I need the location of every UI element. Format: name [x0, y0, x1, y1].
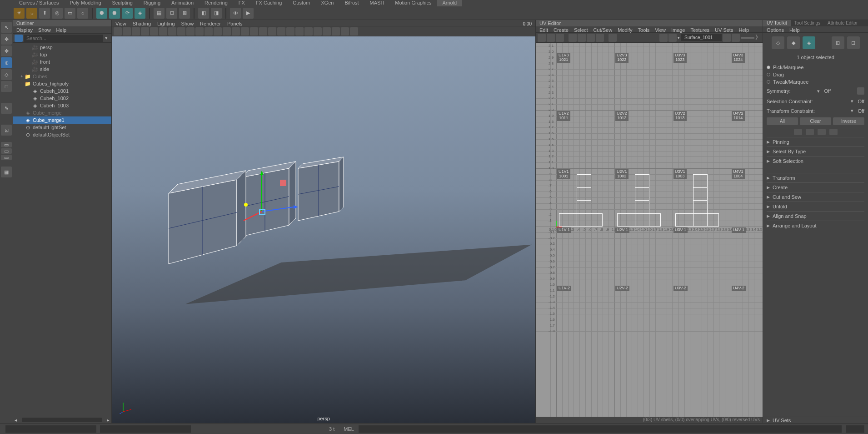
- vp-tool-icon[interactable]: [268, 27, 276, 35]
- viewport-menu-item[interactable]: Panels: [227, 20, 243, 26]
- outliner-item[interactable]: 🎥side: [13, 66, 111, 73]
- top-menu-item[interactable]: MASH: [364, 0, 390, 6]
- toolkit-menu-item[interactable]: Options: [767, 26, 784, 32]
- outliner-item[interactable]: ◈Cube_merge1: [13, 116, 111, 124]
- viewport-menu-item[interactable]: Lighting: [157, 20, 175, 26]
- vp-tool-icon[interactable]: [323, 27, 331, 35]
- tool-icon[interactable]: ▭: [1, 142, 12, 147]
- outliner-item[interactable]: 🎥front: [13, 58, 111, 66]
- top-menu-item[interactable]: Animation: [166, 0, 199, 6]
- lasso-tool-icon[interactable]: ✥: [1, 34, 12, 45]
- uv-tool-icon[interactable]: [723, 34, 731, 42]
- outliner-item[interactable]: 🎥persp: [13, 44, 111, 51]
- vp-tool-icon[interactable]: [205, 27, 213, 35]
- outliner-item[interactable]: ◈Cube_merge: [13, 109, 111, 116]
- shelf-icon[interactable]: ▭: [65, 8, 75, 19]
- uv-surface-name[interactable]: Surface_1001: [681, 34, 722, 41]
- uv-tool-icon[interactable]: [587, 34, 595, 42]
- toolkit-menu-item[interactable]: Help: [789, 26, 800, 32]
- status-input[interactable]: [5, 425, 96, 433]
- uv-tool-icon[interactable]: [538, 34, 546, 42]
- uv-tool-icon[interactable]: [659, 34, 668, 42]
- vp-tool-icon[interactable]: [350, 27, 358, 35]
- move-tool-icon[interactable]: ✥: [1, 45, 12, 56]
- shelf-icon[interactable]: ⬣: [109, 8, 120, 19]
- vp-tool-icon[interactable]: [132, 27, 140, 35]
- tool-icon[interactable]: ▭: [1, 148, 12, 154]
- toolkit-section[interactable]: ▶Align and Snap: [767, 211, 864, 221]
- top-menu-item[interactable]: Motion Graphics: [389, 0, 437, 6]
- select-tool-icon[interactable]: ↖: [1, 22, 12, 33]
- outliner-item[interactable]: ◈Cubeh_1002: [13, 95, 111, 102]
- toolkit-section[interactable]: ▶Pinning: [767, 137, 864, 146]
- toolkit-icon[interactable]: ⊡: [847, 36, 860, 49]
- uv-menu-item[interactable]: Tools: [638, 26, 650, 32]
- uv-grid-view[interactable]: -1.8-1.7-1.6-1.5-1.4-1.3-1.2-1.1-1.0-0.9…: [536, 43, 763, 417]
- outliner-item[interactable]: +📁Cubes: [13, 73, 111, 80]
- shelf-icon[interactable]: ☀: [14, 8, 25, 19]
- outliner-menu-item[interactable]: Help: [56, 26, 67, 33]
- uv-menu-item[interactable]: Textures: [690, 26, 709, 32]
- select-inverse-button[interactable]: Inverse: [833, 117, 864, 125]
- search-dropdown-icon[interactable]: ▾: [103, 35, 110, 41]
- selection-mode-radio[interactable]: Pick/Marquee: [767, 64, 864, 71]
- vp-tool-icon[interactable]: [277, 27, 285, 35]
- status-input[interactable]: [100, 425, 191, 433]
- outliner-item[interactable]: ◈Cubeh_1003: [13, 102, 111, 109]
- top-menu-item[interactable]: Curves / Surfaces: [14, 0, 64, 6]
- outliner-item[interactable]: ⊙defaultObjectSet: [13, 131, 111, 138]
- shelf-icon[interactable]: ◨: [211, 8, 222, 19]
- uv-tool-icon[interactable]: [547, 34, 555, 42]
- uv-tool-icon[interactable]: [668, 34, 677, 42]
- uv-vertex-mode-icon[interactable]: ◆: [787, 36, 800, 49]
- tool-icon[interactable]: ▭: [1, 155, 12, 160]
- scale-tool-icon[interactable]: ◇: [1, 69, 12, 80]
- right-panel-tab[interactable]: UV Toolkit: [763, 20, 791, 26]
- vp-tool-icon[interactable]: [141, 27, 149, 35]
- uv-tool-icon[interactable]: [609, 34, 617, 42]
- selection-mode-radio[interactable]: Drag: [767, 71, 864, 78]
- outliner-menu-item[interactable]: Show: [38, 26, 51, 33]
- uv-menu-item[interactable]: View: [655, 26, 666, 32]
- top-menu-item[interactable]: Rigging: [138, 0, 166, 6]
- toolkit-section[interactable]: ▶Transform: [767, 173, 864, 182]
- tool-icon[interactable]: □: [1, 81, 12, 92]
- vp-tool-icon[interactable]: [223, 27, 231, 35]
- shelf-icon[interactable]: ⊞: [166, 8, 177, 19]
- top-menu-item[interactable]: Custom: [287, 0, 315, 6]
- uv-face-mode-icon[interactable]: ◈: [803, 36, 815, 49]
- viewport-menu-item[interactable]: Shading: [133, 20, 151, 26]
- vp-tool-icon[interactable]: [195, 27, 204, 35]
- toolkit-section[interactable]: ▶Create: [767, 182, 864, 192]
- shelf-icon[interactable]: 👁: [230, 8, 241, 19]
- toolkit-section[interactable]: ▶Cut and Sew: [767, 192, 864, 202]
- outliner-scrollbar[interactable]: ◂▸: [13, 417, 111, 423]
- viewport-menu-item[interactable]: Renderer: [200, 20, 221, 26]
- top-menu-item[interactable]: FX: [233, 0, 250, 6]
- vp-tool-icon[interactable]: [341, 27, 349, 35]
- shelf-icon[interactable]: ⬆: [39, 8, 50, 19]
- shelf-icon[interactable]: ▶: [243, 8, 254, 19]
- top-menu-item[interactable]: XGen: [315, 0, 339, 6]
- shelf-icon[interactable]: ⬢: [96, 8, 107, 19]
- vp-tool-icon[interactable]: [177, 27, 185, 35]
- vp-tool-icon[interactable]: [159, 27, 167, 35]
- shelf-icon[interactable]: ▦: [154, 8, 165, 19]
- vp-tool-icon[interactable]: [232, 27, 240, 35]
- uv-tool-icon[interactable]: [569, 34, 577, 42]
- outliner-item[interactable]: -📁Cubes_highpoly: [13, 80, 111, 87]
- shelf-icon[interactable]: ☼: [26, 8, 37, 19]
- vp-tool-icon[interactable]: [314, 27, 322, 35]
- shrink-selection-icon[interactable]: [806, 129, 814, 135]
- viewport-menu-item[interactable]: Show: [181, 20, 194, 26]
- vp-tool-icon[interactable]: [332, 27, 340, 35]
- uv-menu-item[interactable]: Cut/Sew: [594, 26, 613, 32]
- uv-sets-section[interactable]: ▶ UV Sets: [763, 417, 868, 423]
- uv-tool-icon[interactable]: [596, 34, 604, 42]
- uv-menu-item[interactable]: Select: [574, 26, 588, 32]
- outliner-item[interactable]: 🎥top: [13, 51, 111, 58]
- search-filter-icon[interactable]: [15, 35, 23, 42]
- outliner-search-input[interactable]: [24, 35, 103, 42]
- uv-shell-mode-icon[interactable]: ◇: [772, 36, 784, 49]
- vp-tool-icon[interactable]: [214, 27, 222, 35]
